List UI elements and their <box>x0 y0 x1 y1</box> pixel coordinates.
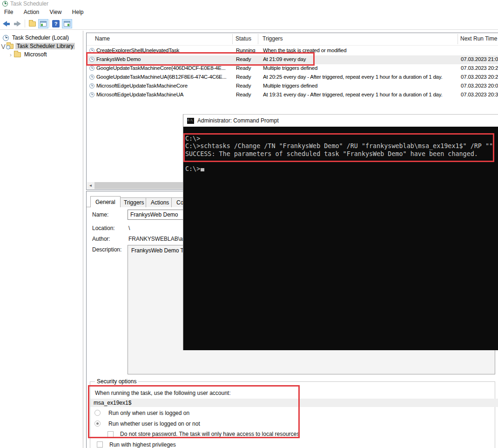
console-prompt-line: C:\> <box>185 165 498 173</box>
command-prompt-window[interactable]: C:\ Administrator: Command Prompt C:\> C… <box>183 114 498 350</box>
column-header-next-run[interactable]: Next Run Time <box>460 33 497 45</box>
task-clock-icon <box>89 83 94 88</box>
menu-help[interactable]: Help <box>68 7 88 18</box>
back-button[interactable] <box>3 19 10 28</box>
tab-actions[interactable]: Actions <box>146 197 174 207</box>
task-clock-icon <box>89 48 94 53</box>
tree-item-task-scheduler-library[interactable]: ⋁ Task Scheduler Library <box>0 42 83 50</box>
task-scheduler-app-icon <box>2 1 8 7</box>
toolbar-separator <box>49 20 50 27</box>
scroll-left-button[interactable]: ◄ <box>87 182 94 189</box>
back-arrow-tail <box>7 23 10 25</box>
menu-bar: File Action View Help <box>0 7 498 18</box>
task-name: MicrosoftEdgeUpdateTaskMachineUA <box>96 92 231 97</box>
chevron-collapsed-icon[interactable]: › <box>7 51 14 58</box>
task-status: Ready <box>236 65 257 71</box>
account-prompt-text: When running the task, use the following… <box>95 390 231 396</box>
task-status: Running <box>236 48 257 53</box>
console-tree-icon <box>40 21 47 27</box>
radio-run-only-logged-on-label[interactable]: Run only when user is logged on <box>108 410 189 416</box>
show-hide-console-tree-button[interactable] <box>38 19 48 28</box>
description-label: Description: <box>92 246 121 253</box>
column-header-status[interactable]: Status <box>236 33 251 45</box>
window-titlebar: Task Scheduler <box>0 0 498 7</box>
location-value: \ <box>128 225 130 231</box>
author-value: FRANKYSWEBLAB\adm <box>128 236 190 242</box>
tree-item-label: Task Scheduler Library <box>15 43 75 49</box>
radio-run-only-logged-on[interactable] <box>94 410 101 416</box>
forward-arrow-icon <box>17 21 21 27</box>
task-next-run: 07.03.2023 20:31 <box>461 92 498 97</box>
checkbox-run-highest-privileges-label[interactable]: Run with highest privileges <box>109 441 176 448</box>
menu-file[interactable]: File <box>0 7 17 18</box>
window-title: Task Scheduler <box>10 0 48 7</box>
scrollbar-thumb[interactable] <box>94 182 184 189</box>
console-line-command: C:\>schtasks /Change /TN "FrankysWeb Dem… <box>185 143 498 150</box>
table-row[interactable]: CreateExplorerShellUnelevatedTask Runnin… <box>87 47 498 55</box>
column-separator[interactable] <box>232 34 233 44</box>
help-button[interactable]: ? <box>51 19 61 28</box>
menu-action[interactable]: Action <box>20 7 43 18</box>
table-row[interactable]: GoogleUpdateTaskMachineCore{406D4DCF-E0E… <box>87 64 498 73</box>
column-separator[interactable] <box>458 34 458 44</box>
console-prompt: C:\> <box>185 165 200 172</box>
user-account-value[interactable]: msa_ex19ex1$ <box>90 399 498 407</box>
console-line-blank <box>185 158 498 165</box>
task-clock-icon <box>89 75 94 80</box>
tab-general[interactable]: General <box>90 196 121 207</box>
task-triggers: At 20:25 every day - After triggered, re… <box>263 74 459 80</box>
checkbox-do-not-store-password-label[interactable]: Do not store password. The task will onl… <box>120 431 299 437</box>
task-name: CreateExplorerShellUnelevatedTask <box>96 48 231 53</box>
console-cursor <box>201 168 204 171</box>
task-name: FrankysWeb Demo <box>96 56 231 62</box>
header-divider <box>87 45 498 46</box>
column-header-triggers[interactable]: Triggers <box>262 33 283 45</box>
task-triggers: Multiple triggers defined <box>263 65 459 71</box>
task-status: Ready <box>236 56 257 62</box>
action-pane-icon <box>64 21 70 27</box>
radio-run-whether-logged-on-label[interactable]: Run whether user is logged on or not <box>108 421 200 427</box>
tree-item-microsoft[interactable]: › Microsoft <box>0 50 83 59</box>
checkbox-run-highest-privileges[interactable] <box>97 441 103 448</box>
tab-triggers[interactable]: Triggers <box>119 197 149 207</box>
table-row[interactable]: GoogleUpdateTaskMachineUA{6B12F8E6-474C-… <box>87 73 498 82</box>
column-separator[interactable] <box>258 34 258 44</box>
task-triggers: At 21:09 every day <box>263 56 459 62</box>
console-line-success: SUCCESS: The parameters of scheduled tas… <box>185 150 498 158</box>
task-name: GoogleUpdateTaskMachineUA{6B12F8E6-474C-… <box>96 74 231 80</box>
checkbox-do-not-store-password[interactable] <box>108 431 114 437</box>
folder-icon <box>14 52 21 57</box>
chevron-expanded-icon[interactable]: ⋁ <box>0 43 7 49</box>
command-prompt-titlebar[interactable]: C:\ Administrator: Command Prompt <box>183 115 498 127</box>
table-row[interactable]: MicrosoftEdgeUpdateTaskMachineCore Ready… <box>87 82 498 91</box>
console-line: C:\> <box>185 135 498 143</box>
cmd-icon: C:\ <box>187 118 194 124</box>
task-status: Ready <box>236 83 257 88</box>
task-clock-icon <box>89 57 94 62</box>
task-triggers: At 19:31 every day - After triggered, re… <box>263 92 459 97</box>
export-list-button[interactable] <box>27 19 37 28</box>
help-icon: ? <box>52 20 60 27</box>
task-status: Ready <box>236 92 257 97</box>
show-hide-action-pane-button[interactable] <box>62 19 72 28</box>
command-prompt-title: Administrator: Command Prompt <box>197 117 279 124</box>
security-options-group: Security options When running the task, … <box>90 381 495 448</box>
column-header-name[interactable]: Name <box>95 33 110 45</box>
task-next-run: 07.03.2023 20:25 <box>461 65 498 71</box>
task-name: MicrosoftEdgeUpdateTaskMachineCore <box>96 83 231 88</box>
location-label: Location: <box>92 225 115 231</box>
name-label: Name: <box>92 211 108 218</box>
table-row-selected[interactable]: FrankysWeb Demo Ready At 21:09 every day… <box>87 55 498 64</box>
tree-item-task-scheduler-local[interactable]: Task Scheduler (Local) <box>0 34 83 42</box>
task-clock-icon <box>89 92 94 97</box>
forward-button[interactable] <box>14 19 21 28</box>
folder-clock-icon <box>7 44 13 49</box>
table-row[interactable]: MicrosoftEdgeUpdateTaskMachineUA Ready A… <box>87 91 498 100</box>
back-arrow-icon <box>3 21 7 27</box>
folder-icon <box>29 21 36 27</box>
console-output[interactable]: C:\> C:\>schtasks /Change /TN "FrankysWe… <box>183 127 498 350</box>
radio-run-whether-logged-on[interactable] <box>94 421 101 427</box>
menu-view[interactable]: View <box>46 7 66 18</box>
task-clock-icon <box>89 66 94 71</box>
task-next-run: 07.03.2023 20:01 <box>461 83 498 88</box>
